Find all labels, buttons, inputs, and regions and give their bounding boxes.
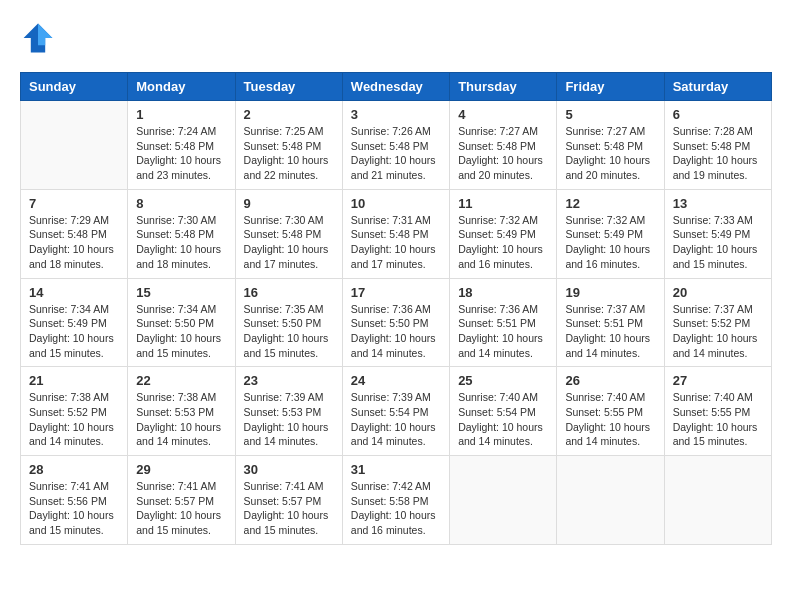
day-info: Sunrise: 7:30 AMSunset: 5:48 PMDaylight:… bbox=[244, 213, 334, 272]
day-cell bbox=[664, 456, 771, 545]
week-row: 14Sunrise: 7:34 AMSunset: 5:49 PMDayligh… bbox=[21, 278, 772, 367]
day-number: 21 bbox=[29, 373, 119, 388]
day-info: Sunrise: 7:38 AMSunset: 5:53 PMDaylight:… bbox=[136, 390, 226, 449]
day-info: Sunrise: 7:31 AMSunset: 5:48 PMDaylight:… bbox=[351, 213, 441, 272]
weekday-header: Thursday bbox=[450, 73, 557, 101]
week-row: 21Sunrise: 7:38 AMSunset: 5:52 PMDayligh… bbox=[21, 367, 772, 456]
day-cell: 27Sunrise: 7:40 AMSunset: 5:55 PMDayligh… bbox=[664, 367, 771, 456]
day-number: 7 bbox=[29, 196, 119, 211]
weekday-header: Saturday bbox=[664, 73, 771, 101]
day-cell: 20Sunrise: 7:37 AMSunset: 5:52 PMDayligh… bbox=[664, 278, 771, 367]
day-number: 22 bbox=[136, 373, 226, 388]
day-cell: 12Sunrise: 7:32 AMSunset: 5:49 PMDayligh… bbox=[557, 189, 664, 278]
day-cell: 31Sunrise: 7:42 AMSunset: 5:58 PMDayligh… bbox=[342, 456, 449, 545]
day-cell: 25Sunrise: 7:40 AMSunset: 5:54 PMDayligh… bbox=[450, 367, 557, 456]
day-cell: 28Sunrise: 7:41 AMSunset: 5:56 PMDayligh… bbox=[21, 456, 128, 545]
day-cell: 10Sunrise: 7:31 AMSunset: 5:48 PMDayligh… bbox=[342, 189, 449, 278]
day-info: Sunrise: 7:25 AMSunset: 5:48 PMDaylight:… bbox=[244, 124, 334, 183]
day-info: Sunrise: 7:36 AMSunset: 5:51 PMDaylight:… bbox=[458, 302, 548, 361]
week-row: 28Sunrise: 7:41 AMSunset: 5:56 PMDayligh… bbox=[21, 456, 772, 545]
day-number: 28 bbox=[29, 462, 119, 477]
day-info: Sunrise: 7:40 AMSunset: 5:54 PMDaylight:… bbox=[458, 390, 548, 449]
day-cell: 23Sunrise: 7:39 AMSunset: 5:53 PMDayligh… bbox=[235, 367, 342, 456]
day-cell: 9Sunrise: 7:30 AMSunset: 5:48 PMDaylight… bbox=[235, 189, 342, 278]
day-cell: 18Sunrise: 7:36 AMSunset: 5:51 PMDayligh… bbox=[450, 278, 557, 367]
day-number: 11 bbox=[458, 196, 548, 211]
day-info: Sunrise: 7:32 AMSunset: 5:49 PMDaylight:… bbox=[458, 213, 548, 272]
day-cell: 5Sunrise: 7:27 AMSunset: 5:48 PMDaylight… bbox=[557, 101, 664, 190]
weekday-header: Sunday bbox=[21, 73, 128, 101]
day-number: 14 bbox=[29, 285, 119, 300]
day-info: Sunrise: 7:34 AMSunset: 5:50 PMDaylight:… bbox=[136, 302, 226, 361]
day-info: Sunrise: 7:34 AMSunset: 5:49 PMDaylight:… bbox=[29, 302, 119, 361]
day-number: 29 bbox=[136, 462, 226, 477]
day-cell: 21Sunrise: 7:38 AMSunset: 5:52 PMDayligh… bbox=[21, 367, 128, 456]
day-info: Sunrise: 7:30 AMSunset: 5:48 PMDaylight:… bbox=[136, 213, 226, 272]
day-cell: 3Sunrise: 7:26 AMSunset: 5:48 PMDaylight… bbox=[342, 101, 449, 190]
week-row: 7Sunrise: 7:29 AMSunset: 5:48 PMDaylight… bbox=[21, 189, 772, 278]
day-cell: 15Sunrise: 7:34 AMSunset: 5:50 PMDayligh… bbox=[128, 278, 235, 367]
day-cell: 16Sunrise: 7:35 AMSunset: 5:50 PMDayligh… bbox=[235, 278, 342, 367]
day-number: 26 bbox=[565, 373, 655, 388]
day-info: Sunrise: 7:42 AMSunset: 5:58 PMDaylight:… bbox=[351, 479, 441, 538]
day-cell: 19Sunrise: 7:37 AMSunset: 5:51 PMDayligh… bbox=[557, 278, 664, 367]
day-number: 16 bbox=[244, 285, 334, 300]
day-info: Sunrise: 7:33 AMSunset: 5:49 PMDaylight:… bbox=[673, 213, 763, 272]
day-info: Sunrise: 7:27 AMSunset: 5:48 PMDaylight:… bbox=[458, 124, 548, 183]
day-cell: 2Sunrise: 7:25 AMSunset: 5:48 PMDaylight… bbox=[235, 101, 342, 190]
day-number: 15 bbox=[136, 285, 226, 300]
day-cell: 30Sunrise: 7:41 AMSunset: 5:57 PMDayligh… bbox=[235, 456, 342, 545]
day-cell: 4Sunrise: 7:27 AMSunset: 5:48 PMDaylight… bbox=[450, 101, 557, 190]
day-number: 10 bbox=[351, 196, 441, 211]
day-info: Sunrise: 7:39 AMSunset: 5:54 PMDaylight:… bbox=[351, 390, 441, 449]
day-info: Sunrise: 7:27 AMSunset: 5:48 PMDaylight:… bbox=[565, 124, 655, 183]
day-cell: 6Sunrise: 7:28 AMSunset: 5:48 PMDaylight… bbox=[664, 101, 771, 190]
day-number: 31 bbox=[351, 462, 441, 477]
day-info: Sunrise: 7:39 AMSunset: 5:53 PMDaylight:… bbox=[244, 390, 334, 449]
day-info: Sunrise: 7:29 AMSunset: 5:48 PMDaylight:… bbox=[29, 213, 119, 272]
day-number: 20 bbox=[673, 285, 763, 300]
day-number: 9 bbox=[244, 196, 334, 211]
day-info: Sunrise: 7:35 AMSunset: 5:50 PMDaylight:… bbox=[244, 302, 334, 361]
day-cell bbox=[450, 456, 557, 545]
day-cell: 7Sunrise: 7:29 AMSunset: 5:48 PMDaylight… bbox=[21, 189, 128, 278]
logo bbox=[20, 20, 60, 56]
weekday-header: Tuesday bbox=[235, 73, 342, 101]
day-cell: 24Sunrise: 7:39 AMSunset: 5:54 PMDayligh… bbox=[342, 367, 449, 456]
day-info: Sunrise: 7:26 AMSunset: 5:48 PMDaylight:… bbox=[351, 124, 441, 183]
day-number: 1 bbox=[136, 107, 226, 122]
weekday-header-row: SundayMondayTuesdayWednesdayThursdayFrid… bbox=[21, 73, 772, 101]
day-info: Sunrise: 7:41 AMSunset: 5:57 PMDaylight:… bbox=[244, 479, 334, 538]
day-cell: 1Sunrise: 7:24 AMSunset: 5:48 PMDaylight… bbox=[128, 101, 235, 190]
day-number: 3 bbox=[351, 107, 441, 122]
page-header bbox=[20, 20, 772, 56]
weekday-header: Friday bbox=[557, 73, 664, 101]
day-info: Sunrise: 7:41 AMSunset: 5:57 PMDaylight:… bbox=[136, 479, 226, 538]
day-cell: 13Sunrise: 7:33 AMSunset: 5:49 PMDayligh… bbox=[664, 189, 771, 278]
day-info: Sunrise: 7:37 AMSunset: 5:52 PMDaylight:… bbox=[673, 302, 763, 361]
logo-icon bbox=[20, 20, 56, 56]
day-number: 30 bbox=[244, 462, 334, 477]
day-info: Sunrise: 7:28 AMSunset: 5:48 PMDaylight:… bbox=[673, 124, 763, 183]
day-number: 19 bbox=[565, 285, 655, 300]
day-number: 6 bbox=[673, 107, 763, 122]
day-number: 17 bbox=[351, 285, 441, 300]
day-cell: 17Sunrise: 7:36 AMSunset: 5:50 PMDayligh… bbox=[342, 278, 449, 367]
day-number: 2 bbox=[244, 107, 334, 122]
day-info: Sunrise: 7:32 AMSunset: 5:49 PMDaylight:… bbox=[565, 213, 655, 272]
day-number: 12 bbox=[565, 196, 655, 211]
day-info: Sunrise: 7:40 AMSunset: 5:55 PMDaylight:… bbox=[673, 390, 763, 449]
day-number: 24 bbox=[351, 373, 441, 388]
day-info: Sunrise: 7:40 AMSunset: 5:55 PMDaylight:… bbox=[565, 390, 655, 449]
day-info: Sunrise: 7:37 AMSunset: 5:51 PMDaylight:… bbox=[565, 302, 655, 361]
weekday-header: Wednesday bbox=[342, 73, 449, 101]
day-number: 18 bbox=[458, 285, 548, 300]
day-info: Sunrise: 7:41 AMSunset: 5:56 PMDaylight:… bbox=[29, 479, 119, 538]
day-cell: 22Sunrise: 7:38 AMSunset: 5:53 PMDayligh… bbox=[128, 367, 235, 456]
day-number: 13 bbox=[673, 196, 763, 211]
day-info: Sunrise: 7:38 AMSunset: 5:52 PMDaylight:… bbox=[29, 390, 119, 449]
day-number: 25 bbox=[458, 373, 548, 388]
day-cell: 11Sunrise: 7:32 AMSunset: 5:49 PMDayligh… bbox=[450, 189, 557, 278]
day-number: 4 bbox=[458, 107, 548, 122]
day-number: 23 bbox=[244, 373, 334, 388]
